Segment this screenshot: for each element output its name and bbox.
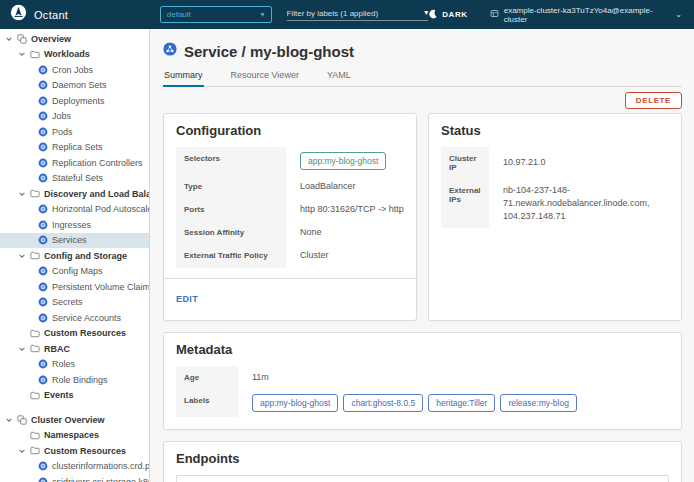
sidebar-item-label: Role Bindings bbox=[52, 375, 108, 385]
endpoints-table: TargetIPNode Name my-blog-ghost-77df85c6… bbox=[176, 475, 669, 482]
kv-label: Labels bbox=[176, 389, 238, 417]
edit-link[interactable]: EDIT bbox=[176, 294, 198, 304]
folder-icon bbox=[30, 251, 40, 260]
resource-icon bbox=[38, 461, 48, 471]
sidebar-item-label: Workloads bbox=[44, 49, 90, 59]
endpoints-card: Endpoints TargetIPNode Name my-blog-ghos… bbox=[163, 441, 682, 482]
sidebar-item-events[interactable]: Events bbox=[0, 388, 149, 404]
sidebar-item-secrets[interactable]: Secrets bbox=[0, 295, 149, 311]
chevron-down-icon bbox=[17, 252, 26, 260]
theme-toggle-label: DARK bbox=[442, 10, 468, 19]
sidebar-item-service-accounts[interactable]: Service Accounts bbox=[0, 310, 149, 326]
sidebar-item-replica-sets[interactable]: Replica Sets bbox=[0, 140, 149, 156]
kv-value: LoadBalancer bbox=[286, 175, 356, 198]
column-header-node-name[interactable]: Node Name bbox=[506, 476, 668, 482]
sidebar-item-label: Secrets bbox=[52, 297, 83, 307]
tab-resource-viewer[interactable]: Resource Viewer bbox=[230, 70, 300, 87]
namespace-selector[interactable]: default ▾ bbox=[160, 6, 272, 23]
tab-summary[interactable]: Summary bbox=[163, 70, 204, 87]
resource-icon bbox=[38, 375, 48, 385]
sidebar-item-custom-resources[interactable]: Custom Resources bbox=[0, 443, 149, 459]
theme-toggle-button[interactable]: DARK bbox=[428, 9, 468, 21]
card-title: Configuration bbox=[176, 123, 404, 138]
label-tag[interactable]: release:my-blog bbox=[500, 394, 576, 412]
sidebar-item-label: Events bbox=[44, 390, 74, 400]
delete-button[interactable]: DELETE bbox=[625, 92, 682, 109]
sidebar-item-label: Pods bbox=[52, 127, 73, 137]
sidebar-item-replication-controllers[interactable]: Replication Controllers bbox=[0, 155, 149, 171]
sidebar-item-pods[interactable]: Pods bbox=[0, 124, 149, 140]
label-filter-input[interactable] bbox=[287, 9, 425, 18]
kv-row-ports: Portshttp 80:31626/TCP -> http bbox=[176, 198, 404, 221]
page-header: Service / my-blog-ghost bbox=[163, 42, 682, 60]
endpoints-header-row: TargetIPNode Name bbox=[177, 476, 668, 482]
sidebar-item-daemon-sets[interactable]: Daemon Sets bbox=[0, 78, 149, 94]
sidebar-item-label: Deployments bbox=[52, 96, 105, 106]
chevron-down-icon bbox=[17, 447, 26, 455]
sidebar-item-services[interactable]: Services bbox=[0, 233, 149, 249]
sidebar-item-config-maps[interactable]: Config Maps bbox=[0, 264, 149, 280]
chevron-down-icon bbox=[17, 50, 26, 58]
top-cards-row: Configuration Selectorsapp:my-blog-ghost… bbox=[163, 113, 682, 321]
chevron-down-icon bbox=[17, 190, 26, 198]
sidebar-item-label: Daemon Sets bbox=[52, 80, 107, 90]
kv-row-selectors: Selectorsapp:my-blog-ghost bbox=[176, 147, 404, 175]
sidebar-item-cron-jobs[interactable]: Cron Jobs bbox=[0, 62, 149, 78]
sidebar-item-ingresses[interactable]: Ingresses bbox=[0, 217, 149, 233]
sidebar-item-csidrivers-csi-storage-k8s-io[interactable]: csidrivers.csi.storage.k8s.io bbox=[0, 474, 149, 482]
sidebar-item-jobs[interactable]: Jobs bbox=[0, 109, 149, 125]
label-tag[interactable]: app:my-blog-ghost bbox=[300, 152, 386, 170]
sidebar-item-clusterinformations-crd-projec[interactable]: clusterinformations.crd.projec bbox=[0, 459, 149, 475]
resource-icon bbox=[38, 204, 48, 214]
kv-label: Cluster IP bbox=[441, 147, 489, 179]
column-header-target[interactable]: Target bbox=[177, 476, 373, 482]
folder-icon bbox=[30, 189, 40, 198]
sidebar-item-cluster-overview[interactable]: Cluster Overview bbox=[0, 412, 149, 428]
kv-value: nb-104-237-148-71.newark.nodebalancer.li… bbox=[489, 179, 669, 228]
status-card: Status Cluster IP10.97.21.0External IPsn… bbox=[428, 113, 682, 321]
label-filter: ▾ bbox=[287, 9, 429, 21]
sidebar-item-roles[interactable]: Roles bbox=[0, 357, 149, 373]
metadata-rows: Age11mLabelsapp:my-blog-ghostchart:ghost… bbox=[176, 366, 669, 417]
sidebar-item-role-bindings[interactable]: Role Bindings bbox=[0, 372, 149, 388]
sidebar-item-config-and-storage[interactable]: Config and Storage bbox=[0, 248, 149, 264]
sidebar-item-overview[interactable]: Overview bbox=[0, 31, 149, 47]
sidebar-item-rbac[interactable]: RBAC bbox=[0, 341, 149, 357]
resource-icon bbox=[38, 477, 48, 482]
resource-icon bbox=[38, 80, 48, 90]
sidebar-item-workloads[interactable]: Workloads bbox=[0, 47, 149, 63]
resource-icon bbox=[38, 96, 48, 106]
sidebar-item-label: Persistent Volume Claims bbox=[52, 282, 150, 292]
sidebar-item-label: Replica Sets bbox=[52, 142, 103, 152]
resource-icon bbox=[38, 313, 48, 323]
sidebar-item-horizontal-pod-autoscalers[interactable]: Horizontal Pod Autoscalers bbox=[0, 202, 149, 218]
cluster-context-selector[interactable]: example-cluster-ka3TuTzYo4a@example-clus… bbox=[490, 6, 682, 24]
label-tag[interactable]: chart:ghost-8.0.5 bbox=[343, 394, 423, 412]
resource-icon bbox=[38, 158, 48, 168]
sidebar-item-label: Services bbox=[52, 235, 87, 245]
sidebar-item-label: Discovery and Load Balancing bbox=[44, 189, 150, 199]
label-tag[interactable]: app:my-blog-ghost bbox=[252, 394, 338, 412]
overview-icon bbox=[17, 34, 27, 44]
kv-value: http 80:31626/TCP -> http bbox=[286, 198, 404, 221]
sidebar-item-deployments[interactable]: Deployments bbox=[0, 93, 149, 109]
cluster-icon bbox=[490, 9, 499, 20]
namespace-selected-value: default bbox=[167, 10, 191, 19]
sidebar-item-custom-resources[interactable]: Custom Resources bbox=[0, 326, 149, 342]
sidebar-item-stateful-sets[interactable]: Stateful Sets bbox=[0, 171, 149, 187]
kv-value: Cluster bbox=[286, 244, 329, 267]
sidebar-item-label: Cluster Overview bbox=[31, 415, 105, 425]
label-tag[interactable]: heritage:Tiller bbox=[428, 394, 495, 412]
folder-icon bbox=[30, 344, 40, 353]
header-right: DARK example-cluster-ka3TuTzYo4a@example… bbox=[428, 6, 694, 24]
resource-icon bbox=[38, 297, 48, 307]
sidebar-item-label: Ingresses bbox=[52, 220, 91, 230]
sidebar-item-label: Config and Storage bbox=[44, 251, 127, 261]
sidebar-item-discovery-and-load-balancing[interactable]: Discovery and Load Balancing bbox=[0, 186, 149, 202]
tab-yaml[interactable]: YAML bbox=[326, 70, 352, 87]
column-header-ip[interactable]: IP bbox=[373, 476, 506, 482]
sidebar-item-namespaces[interactable]: Namespaces bbox=[0, 428, 149, 444]
sidebar-item-label: Namespaces bbox=[44, 430, 99, 440]
sidebar-item-persistent-volume-claims[interactable]: Persistent Volume Claims bbox=[0, 279, 149, 295]
kv-label: Type bbox=[176, 175, 286, 198]
